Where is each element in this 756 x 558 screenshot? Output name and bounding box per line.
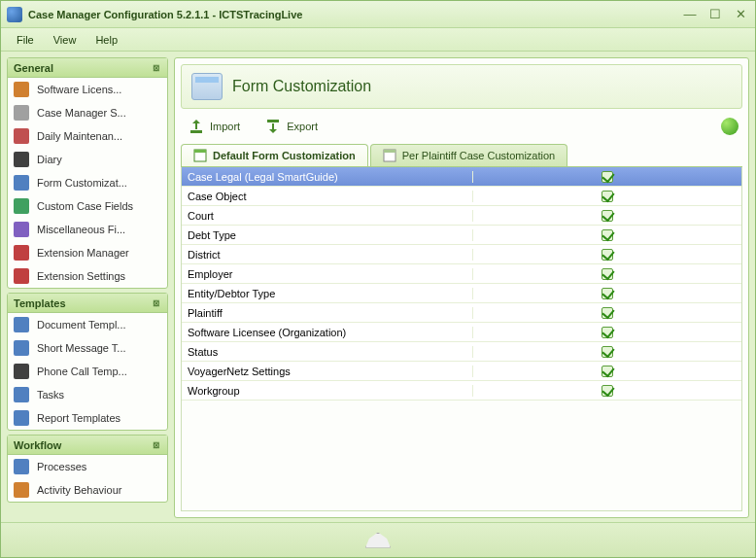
sidebar-item[interactable]: Document Templ... (8, 313, 167, 336)
help-icon[interactable] (721, 118, 739, 135)
sidebar-item[interactable]: Case Manager S... (8, 101, 167, 124)
grid-cell-check[interactable] (473, 229, 741, 241)
close-button[interactable]: ✕ (732, 7, 749, 21)
checkmark-icon (601, 268, 613, 280)
grid-cell-check[interactable] (473, 366, 741, 377)
sidebar-item[interactable]: Daily Maintenan... (8, 124, 167, 148)
grid-row[interactable]: Case Legal (Legal SmartGuide) (182, 167, 741, 187)
collapse-icon[interactable]: ⦻ (152, 297, 161, 308)
grid-cell-check[interactable] (473, 268, 741, 280)
panel-header-general[interactable]: General ⦻ (8, 58, 167, 78)
grid-row[interactable]: Software Licensee (Organization) (182, 323, 741, 342)
sidebar-item[interactable]: Phone Call Temp... (8, 360, 167, 383)
menu-view[interactable]: View (44, 31, 86, 49)
tab-per-plaintiff[interactable]: Per Plaintiff Case Customization (370, 144, 568, 166)
grid-cell-check[interactable] (473, 249, 741, 261)
nav-icon (14, 175, 29, 191)
maximize-button[interactable]: ☐ (706, 7, 724, 21)
sidebar-item[interactable]: Software Licens... (8, 78, 167, 101)
nav-label: Diary (37, 154, 62, 165)
page-title: Form Customization (232, 78, 371, 95)
nav-label: Document Templ... (37, 319, 126, 331)
sidebar-item[interactable]: Extension Settings (8, 264, 167, 288)
sidebar-item[interactable]: Processes (8, 455, 167, 478)
collapse-icon[interactable]: ⦻ (152, 439, 161, 450)
grid-cell-check[interactable] (473, 385, 741, 397)
tab-label: Default Form Customization (213, 150, 356, 161)
checkmark-icon (601, 346, 613, 358)
svg-rect-1 (267, 120, 279, 122)
sidebar-item[interactable]: Miscellaneous Fi... (8, 218, 167, 241)
grid-row[interactable]: District (182, 245, 741, 264)
sidebar-item[interactable]: Extension Manager (8, 241, 167, 264)
grid-cell-name: Debt Type (182, 229, 473, 241)
nav-label: Form Customizat... (37, 177, 127, 189)
nav-icon (14, 152, 29, 167)
tabs: Default Form Customization Per Plaintiff… (181, 144, 742, 167)
sidebar-item[interactable]: Report Templates (8, 406, 167, 430)
sidebar-item[interactable]: Custom Case Fields (8, 194, 167, 218)
nav-icon (14, 364, 29, 379)
tab-default-form[interactable]: Default Form Customization (181, 144, 368, 166)
sidebar-item[interactable]: Activity Behaviour (8, 478, 167, 502)
grid-row[interactable]: Status (182, 342, 741, 362)
nav-icon (14, 317, 29, 332)
panel-workflow: Workflow ⦻ ProcessesActivity Behaviour (7, 435, 168, 503)
sidebar-item[interactable]: Diary (8, 148, 167, 171)
app-window: Case Manager Configuration 5.2.1.1 - ICT… (0, 0, 756, 558)
grid-row[interactable]: Debt Type (182, 226, 741, 245)
grid-cell-name: Case Object (182, 191, 473, 202)
tab-label: Per Plaintiff Case Customization (402, 150, 556, 161)
nav-icon (14, 459, 29, 474)
nav-label: Phone Call Temp... (37, 366, 127, 377)
grid-row[interactable]: Employer (182, 264, 741, 284)
nav-icon (14, 82, 29, 97)
grid-cell-check[interactable] (473, 210, 741, 222)
import-label: Import (210, 121, 240, 132)
form-grid: Case Legal (Legal SmartGuide)Case Object… (181, 167, 742, 511)
grid-cell-check[interactable] (473, 171, 741, 183)
panel-header-workflow[interactable]: Workflow ⦻ (8, 436, 167, 455)
grid-row[interactable]: Entity/Debtor Type (182, 284, 741, 303)
nav-icon (14, 222, 29, 237)
menu-file[interactable]: File (7, 31, 44, 49)
grid-cell-check[interactable] (473, 346, 741, 358)
checkmark-icon (601, 249, 613, 261)
checkmark-icon (601, 327, 613, 338)
nav-label: Software Licens... (37, 84, 121, 95)
panel-templates: Templates ⦻ Document Templ...Short Messa… (7, 293, 168, 431)
import-button[interactable]: Import (185, 117, 244, 136)
collapse-icon[interactable]: ⦻ (152, 62, 161, 73)
toolbar: Import Export (181, 109, 742, 144)
grid-row[interactable]: Case Object (182, 187, 741, 206)
grid-cell-name: Plaintiff (182, 307, 473, 319)
grid-row[interactable]: Court (182, 206, 741, 226)
checkmark-icon (601, 171, 613, 183)
checkmark-icon (601, 307, 613, 319)
grid-cell-check[interactable] (473, 327, 741, 338)
panel-header-templates[interactable]: Templates ⦻ (8, 294, 167, 313)
sidebar: General ⦻ Software Licens...Case Manager… (7, 57, 168, 518)
nav-label: Processes (37, 461, 86, 472)
grid-cell-check[interactable] (473, 307, 741, 319)
grid-row[interactable]: VoyagerNetz Settings (182, 362, 741, 381)
sidebar-item[interactable]: Tasks (8, 383, 167, 406)
checkmark-icon (601, 288, 613, 299)
boat-icon (365, 533, 391, 548)
sidebar-item[interactable]: Form Customizat... (8, 171, 167, 194)
nav-icon (14, 105, 29, 121)
titlebar: Case Manager Configuration 5.2.1.1 - ICT… (1, 1, 755, 28)
grid-row[interactable]: Workgroup (182, 381, 741, 401)
grid-cell-check[interactable] (473, 191, 741, 202)
import-icon (189, 119, 204, 134)
grid-cell-name: District (182, 249, 473, 261)
menu-help[interactable]: Help (86, 31, 127, 49)
panel-title: Templates (14, 297, 66, 309)
grid-row[interactable]: Plaintiff (182, 303, 741, 323)
checkmark-icon (601, 210, 613, 222)
sidebar-item[interactable]: Short Message T... (8, 336, 167, 360)
minimize-button[interactable]: — (681, 7, 699, 21)
export-button[interactable]: Export (261, 117, 322, 136)
nav-icon (14, 410, 29, 426)
grid-cell-check[interactable] (473, 288, 741, 299)
